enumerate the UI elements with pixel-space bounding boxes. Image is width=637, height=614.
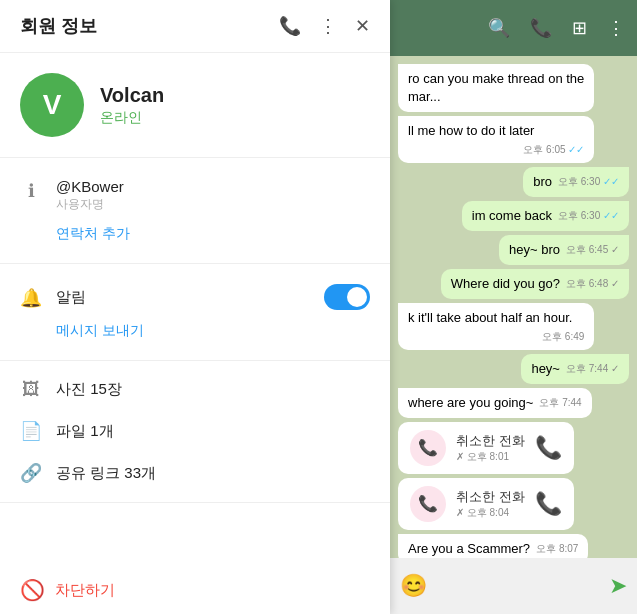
msg-text: ro can you make thread on the mar... xyxy=(408,71,584,104)
notification-label: 알림 xyxy=(56,288,86,307)
files-label: 파일 1개 xyxy=(56,422,114,441)
call-cancelled-icon2: 📞 xyxy=(410,486,446,522)
block-section: 🚫 차단하기 xyxy=(0,566,390,614)
call-message-10: 📞 취소한 전화 ✗ 오후 8:01 📞 xyxy=(398,422,574,474)
message-7: k it'll take about half an hour. 오후 6:49 xyxy=(398,303,594,349)
message-9: where are you going~ 오후 7:44 xyxy=(398,388,592,418)
chat-messages: ro can you make thread on the mar... ll … xyxy=(390,56,637,558)
profile-status: 온라인 xyxy=(100,109,164,127)
message-4: im come back 오후 6:30 xyxy=(462,201,629,231)
panel-header: 회원 정보 📞 ⋮ ✕ xyxy=(0,0,390,53)
file-icon: 📄 xyxy=(20,420,42,442)
call-label: 취소한 전화 xyxy=(456,432,525,450)
notification-toggle[interactable] xyxy=(324,284,370,310)
panel-close-icon[interactable]: ✕ xyxy=(355,15,370,37)
msg-text: ll me how to do it later xyxy=(408,123,534,138)
message-3: bro 오후 6:30 xyxy=(523,167,629,197)
message-6: Where did you go? 오후 6:48 xyxy=(441,269,629,299)
message-2: ll me how to do it later 오후 6:05 xyxy=(398,116,594,162)
message-8: hey~ 오후 7:44 xyxy=(521,354,629,384)
avatar: V xyxy=(20,73,84,137)
profile-info: Volcan 온라인 xyxy=(100,84,164,127)
emoji-button[interactable]: 😊 xyxy=(400,573,427,599)
msg-text: im come back xyxy=(472,208,552,223)
media-section: 🖼 사진 15장 📄 파일 1개 🔗 공유 링크 33개 xyxy=(0,361,390,503)
media-row-links[interactable]: 🔗 공유 링크 33개 xyxy=(0,452,390,494)
msg-time: 오후 6:30 xyxy=(558,175,619,189)
bell-icon: 🔔 xyxy=(20,287,42,309)
profile-name: Volcan xyxy=(100,84,164,107)
photo-icon: 🖼 xyxy=(20,379,42,400)
msg-time: 오후 6:49 xyxy=(542,330,584,344)
message-5: hey~ bro 오후 6:45 xyxy=(499,235,629,265)
notification-section: 🔔 알림 메시지 보내기 xyxy=(0,264,390,361)
photos-label: 사진 15장 xyxy=(56,380,122,399)
search-icon[interactable]: 🔍 xyxy=(488,17,510,39)
more-icon[interactable]: ⋮ xyxy=(607,17,625,39)
call-message-11: 📞 취소한 전화 ✗ 오후 8:04 📞 xyxy=(398,478,574,530)
username-label: @KBower xyxy=(56,178,124,195)
call-time2: ✗ 오후 8:04 xyxy=(456,506,525,520)
media-row-photos[interactable]: 🖼 사진 15장 xyxy=(0,369,390,410)
panel-header-actions: 📞 ⋮ ✕ xyxy=(279,15,370,37)
info-content: @KBower 사용자명 xyxy=(56,178,124,213)
phone-call-icon2: 📞 xyxy=(535,491,562,517)
block-label: 차단하기 xyxy=(55,581,115,600)
phone-call-icon: 📞 xyxy=(535,435,562,461)
username-sublabel: 사용자명 xyxy=(56,196,124,213)
msg-time: 오후 7:44 xyxy=(566,362,619,376)
msg-text: hey~ xyxy=(531,361,560,376)
msg-time: 오후 6:05 xyxy=(523,143,584,157)
msg-time: 오후 6:30 xyxy=(558,209,619,223)
side-panel: 회원 정보 📞 ⋮ ✕ V Volcan 온라인 ℹ @KBower 사용자명 … xyxy=(0,0,390,614)
media-row-files[interactable]: 📄 파일 1개 xyxy=(0,410,390,452)
msg-text: Where did you go? xyxy=(451,276,560,291)
msg-text: where are you going~ xyxy=(408,395,533,410)
msg-time: 오후 8:07 xyxy=(536,542,578,556)
block-button[interactable]: 🚫 차단하기 xyxy=(20,578,370,602)
send-button[interactable]: ➤ xyxy=(609,573,627,599)
panel-title: 회원 정보 xyxy=(20,14,97,38)
panel-more-icon[interactable]: ⋮ xyxy=(319,15,337,37)
chat-header-icons: 🔍 📞 ⊞ ⋮ xyxy=(488,17,625,39)
msg-text: bro xyxy=(533,174,552,189)
send-message-link[interactable]: 메시지 보내기 xyxy=(0,318,390,348)
add-contact-link[interactable]: 연락처 추가 xyxy=(0,221,390,251)
call-info: 취소한 전화 ✗ 오후 8:01 xyxy=(456,432,525,464)
msg-time: 오후 6:45 xyxy=(566,243,619,257)
profile-section: V Volcan 온라인 xyxy=(0,53,390,158)
msg-time: 오후 6:48 xyxy=(566,277,619,291)
layout-icon[interactable]: ⊞ xyxy=(572,17,587,39)
block-icon: 🚫 xyxy=(20,578,45,602)
info-row-username: ℹ @KBower 사용자명 xyxy=(0,170,390,221)
info-section: ℹ @KBower 사용자명 연락처 추가 xyxy=(0,158,390,264)
call-label2: 취소한 전화 xyxy=(456,488,525,506)
call-time: ✗ 오후 8:01 xyxy=(456,450,525,464)
notification-row: 🔔 알림 xyxy=(0,276,390,318)
msg-time: 오후 7:44 xyxy=(539,396,581,410)
msg-text: Are you a Scammer? xyxy=(408,541,530,556)
link-icon: 🔗 xyxy=(20,462,42,484)
links-label: 공유 링크 33개 xyxy=(56,464,156,483)
call-cancelled-icon: 📞 xyxy=(410,430,446,466)
chat-input-bar: 😊 ➤ xyxy=(390,558,637,614)
msg-text: hey~ bro xyxy=(509,242,560,257)
call-info2: 취소한 전화 ✗ 오후 8:04 xyxy=(456,488,525,520)
info-icon: ℹ xyxy=(20,180,42,202)
phone-icon[interactable]: 📞 xyxy=(530,17,552,39)
message-12: Are you a Scammer? 오후 8:07 xyxy=(398,534,588,558)
msg-text: k it'll take about half an hour. xyxy=(408,310,572,325)
panel-phone-icon[interactable]: 📞 xyxy=(279,15,301,37)
message-1: ro can you make thread on the mar... xyxy=(398,64,594,112)
